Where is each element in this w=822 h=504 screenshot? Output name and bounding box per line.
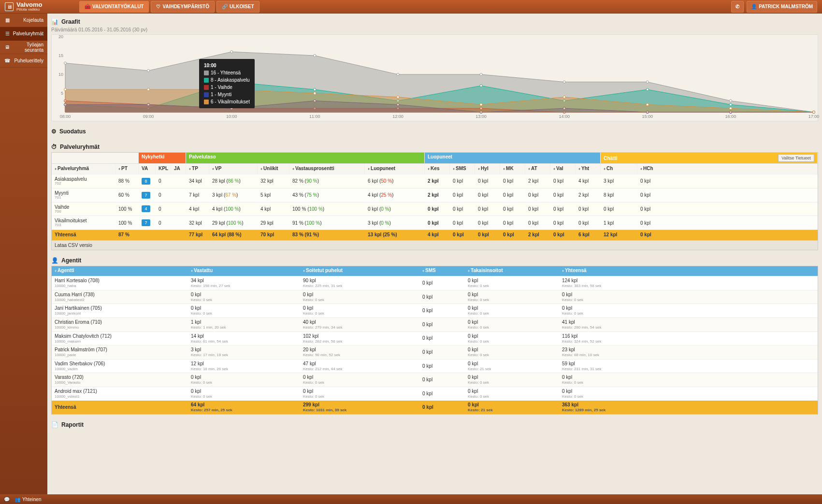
svg-text:16:00: 16:00 bbox=[725, 114, 736, 119]
svg-point-51 bbox=[646, 103, 649, 106]
list-icon: ☰ bbox=[4, 31, 11, 36]
toolbox-icon: 🧰 bbox=[85, 4, 90, 9]
main-content: 📊Graafit Päivämäärä 01.05.2016 - 31.05.2… bbox=[47, 14, 822, 494]
app-subtitle: Piilota valikko bbox=[16, 8, 42, 12]
clock-icon: ⏱ bbox=[51, 144, 57, 150]
svg-text:13:00: 13:00 bbox=[476, 114, 487, 119]
document-icon: 📄 bbox=[51, 421, 58, 428]
hg-chatti: ChättiValitse Tietueet bbox=[601, 153, 818, 163]
monitor-icon: 🖥 bbox=[4, 44, 11, 50]
chart-subtitle: Päivämäärä 01.05.2016 - 31.05.2016 (30 p… bbox=[51, 27, 818, 34]
table-row[interactable]: Jani Hartikainen (705)10000_janikont 0 k… bbox=[52, 303, 818, 317]
user-icon: 👤 bbox=[751, 4, 757, 9]
panel-title: Palveluryhmät bbox=[60, 144, 100, 150]
group-table-columns: ♦Palveluryhmä ♦PT VA KPL JA ♦TP ♦VP ♦Uni… bbox=[52, 163, 818, 174]
table-row[interactable]: Patrick Malmström (707)10000_pade 3 kplK… bbox=[52, 345, 818, 359]
table-row[interactable]: Vaihde700 100 % 4 0 4 kpl 4 kpl (100 %) … bbox=[52, 202, 818, 216]
table-row[interactable]: Cuuma Harri (738)10000_habatest2 0 kplKe… bbox=[52, 290, 818, 304]
agent-table-columns: ♦Agentti ♦Vastattu ♦Soitetut puhelut ♦SM… bbox=[52, 266, 818, 276]
svg-point-50 bbox=[563, 96, 565, 98]
top-tabs: 🧰VALVONTATYÖKALUT ♡VAIHDEYMPÄRISTÖ 🔗ULKO… bbox=[79, 1, 260, 13]
svg-point-10 bbox=[563, 81, 565, 83]
svg-text:17:00: 17:00 bbox=[808, 114, 820, 119]
panel-title: Suodatus bbox=[59, 128, 86, 135]
user-icon: 👤 bbox=[51, 257, 58, 264]
tab-vaihde[interactable]: ♡VAIHDEYMPÄRISTÖ bbox=[151, 1, 215, 13]
filter-icon: ⚙ bbox=[51, 128, 57, 135]
svg-point-17 bbox=[314, 88, 316, 91]
group-table-header-groups: Nykyhetki Palvelutaso Luopuneet ChättiVa… bbox=[52, 153, 818, 163]
table-row[interactable]: Vadim Sherbakov (706)10000_vadim 12 kplK… bbox=[52, 359, 818, 373]
svg-point-21 bbox=[646, 88, 649, 91]
panel-title: Raportit bbox=[61, 421, 84, 428]
tab-ulkoiset[interactable]: 🔗ULKOISET bbox=[216, 1, 260, 13]
download-csv[interactable]: Lataa CSV versio bbox=[52, 240, 818, 250]
table-row[interactable]: Varasto (720)10000_Varasto 0 kplKesto: 0… bbox=[52, 373, 818, 387]
sidebar-item-kojelauta[interactable]: ▦Kojelauta bbox=[0, 14, 47, 27]
sidebar-item-puhelu[interactable]: ☎Puheluerittely bbox=[0, 54, 47, 68]
logo[interactable]: 🖥 Valvomo Piilota valikko bbox=[5, 1, 77, 12]
svg-text:10:00: 10:00 bbox=[226, 114, 237, 119]
svg-text:08:00: 08:00 bbox=[60, 114, 71, 119]
group-total-row: Yhteensä 87 % 77 kpl 64 kpl (88 %) 70 kp… bbox=[52, 230, 818, 240]
chart-icon: 📊 bbox=[51, 18, 58, 25]
chart-svg: 510152008:0009:0010:0011:0012:0013:0014:… bbox=[65, 37, 814, 112]
bottom-chat[interactable]: 💬 bbox=[4, 497, 10, 502]
svg-text:15: 15 bbox=[58, 53, 63, 58]
svg-point-19 bbox=[480, 85, 482, 87]
select-records-button[interactable]: Valitse Tietueet bbox=[778, 154, 814, 162]
panel-palveluryhmat: ⏱Palveluryhmät Nykyhetki Palvelutaso Luo… bbox=[51, 142, 818, 250]
user-menu[interactable]: 👤PATRICK MALMSTRÖM bbox=[747, 1, 817, 13]
agent-total-row: Yhteensä 64 kplKesto: 257 min, 25 sek 29… bbox=[52, 401, 818, 414]
svg-point-6 bbox=[231, 51, 233, 53]
link-icon: 🔗 bbox=[222, 4, 228, 9]
svg-text:11:00: 11:00 bbox=[309, 114, 320, 119]
phone-icon: ✆ bbox=[735, 4, 739, 9]
table-row[interactable]: Asiakaspalvelu702 88 % 8 0 34 kpl 28 kpl… bbox=[52, 174, 818, 188]
hg-nykyhetki: Nykyhetki bbox=[139, 153, 186, 163]
table-row[interactable]: Harri Kortesalo (708)10000_haba 34 kplKe… bbox=[52, 276, 818, 290]
svg-point-12 bbox=[729, 100, 732, 102]
svg-point-11 bbox=[646, 81, 649, 83]
bottombar: 💬 👥Yhteinen bbox=[0, 494, 822, 504]
heart-icon: ♡ bbox=[156, 4, 160, 9]
table-row[interactable]: Maksim Chatylovitch (712)10000_maksim 14… bbox=[52, 331, 818, 346]
table-row[interactable]: Vikailmoitukset703 100 % 7 0 32 kpl 29 k… bbox=[52, 216, 818, 230]
svg-point-48 bbox=[397, 96, 399, 98]
bottom-yhteinen[interactable]: 👥Yhteinen bbox=[14, 497, 41, 502]
users-icon: 👥 bbox=[14, 497, 20, 502]
phone-button[interactable]: ✆ bbox=[731, 1, 744, 13]
hg-luopuneet: Luopuneet bbox=[425, 153, 601, 163]
svg-point-7 bbox=[314, 55, 316, 57]
svg-point-52 bbox=[729, 107, 732, 110]
svg-text:15:00: 15:00 bbox=[642, 114, 653, 119]
svg-point-53 bbox=[813, 111, 815, 114]
sidebar: ▦Kojelauta ☰Palveluryhmät 🖥Työajan seura… bbox=[0, 14, 47, 494]
agent-table: ♦Agentti ♦Vastattu ♦Soitetut puhelut ♦SM… bbox=[51, 266, 818, 414]
sidebar-item-palveluryhmat[interactable]: ☰Palveluryhmät bbox=[0, 27, 47, 41]
grid-icon: ▦ bbox=[4, 17, 11, 23]
panel-suodatus[interactable]: ⚙Suodatus bbox=[51, 126, 818, 137]
monitor-icon: 🖥 bbox=[5, 2, 14, 11]
panel-title: Graafit bbox=[61, 18, 80, 25]
svg-point-49 bbox=[480, 103, 482, 106]
table-row[interactable]: Christian Eroma (710)10000_kimmo 1 kplKe… bbox=[52, 317, 818, 331]
hg-palvelutaso: Palvelutaso bbox=[186, 153, 425, 163]
chart-tooltip: 10:00 16 - Yhteensä8 - Asiakaspalvelu1 -… bbox=[199, 59, 255, 108]
table-row[interactable]: Android max (7121)10000_vstest1 0 kplKes… bbox=[52, 387, 818, 401]
tab-valvonta[interactable]: 🧰VALVONTATYÖKALUT bbox=[79, 1, 149, 13]
svg-point-45 bbox=[147, 88, 150, 91]
svg-point-4 bbox=[64, 62, 67, 64]
sidebar-item-tyoajan[interactable]: 🖥Työajan seuranta bbox=[0, 41, 47, 54]
group-table: Nykyhetki Palvelutaso Luopuneet ChättiVa… bbox=[51, 152, 818, 250]
svg-point-47 bbox=[314, 92, 316, 95]
topbar: 🖥 Valvomo Piilota valikko 🧰VALVONTATYÖKA… bbox=[0, 0, 822, 14]
chart[interactable]: 510152008:0009:0010:0011:0012:0013:0014:… bbox=[51, 34, 818, 121]
svg-point-9 bbox=[480, 73, 482, 76]
panel-raportit[interactable]: 📄Raportit bbox=[51, 419, 818, 430]
svg-text:14:00: 14:00 bbox=[559, 114, 570, 119]
panel-title: Agentit bbox=[61, 257, 81, 264]
svg-text:20: 20 bbox=[58, 34, 63, 39]
table-row[interactable]: Myynti701 60 % 7 0 7 kpl 3 kpl (67 %) 5 … bbox=[52, 188, 818, 202]
svg-text:09:00: 09:00 bbox=[143, 114, 154, 119]
